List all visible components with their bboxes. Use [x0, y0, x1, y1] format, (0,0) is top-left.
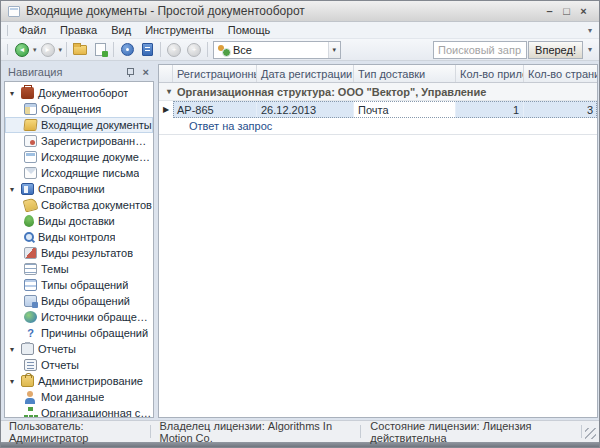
sidebar-item[interactable]: ▾Отчеты [5, 341, 153, 357]
panel-close-icon[interactable]: × [141, 66, 151, 78]
sidebar-item[interactable]: Организационная стр... [5, 405, 153, 418]
sidebar-item[interactable]: ▾Документооборот [5, 85, 153, 101]
cell-regdate[interactable]: 26.12.2013 [257, 101, 354, 118]
column-label: Кол-во прило... [460, 68, 524, 80]
column-header-regdate[interactable]: Дата регистрации ▼ [257, 65, 354, 82]
forward-dropdown[interactable]: ▾ [58, 46, 64, 54]
sidebar-item[interactable]: Обращения [5, 101, 153, 117]
back-button[interactable]: ◂ [13, 41, 31, 59]
menu-file[interactable]: Файл [12, 23, 53, 37]
collapse-icon[interactable]: ▾ [10, 345, 21, 354]
resize-grip[interactable] [585, 428, 596, 439]
indicator-column-header [159, 65, 173, 82]
sidebar-item-label: Виды контроля [34, 231, 115, 243]
app-icon [8, 6, 20, 17]
open-button[interactable] [71, 41, 89, 59]
sidebar-item[interactable]: Виды обращений [5, 293, 153, 309]
reference-button[interactable] [138, 41, 156, 59]
view-button[interactable] [118, 41, 136, 59]
sidebar-item[interactable]: Типы обращений [5, 277, 153, 293]
filter-combo[interactable]: Все ▾ [213, 41, 341, 59]
menu-help[interactable]: Помощь [221, 23, 278, 37]
cell-deliverytype[interactable]: Почта [354, 101, 456, 118]
cell-regnumber[interactable]: АР-865 [173, 101, 257, 118]
sidebar-item-label: Документооборот [34, 87, 128, 99]
sidebar-item[interactable]: ?Причины обращений [5, 325, 153, 341]
prev-record-button[interactable]: + [165, 41, 183, 59]
prev-record-icon: + [167, 43, 181, 57]
sidebar-item[interactable]: Отчеты [5, 357, 153, 373]
back-icon: ◂ [15, 43, 29, 57]
lock-icon [21, 375, 34, 387]
search-input[interactable] [433, 41, 527, 59]
sidebar-item-label: Исходящие документы [37, 151, 153, 163]
row-detail[interactable]: Ответ на запрос [159, 118, 597, 135]
maximize-button[interactable]: □ [558, 5, 575, 17]
sidebar-item[interactable]: Свойства документов [5, 197, 153, 213]
sidebar-item-label: Справочники [34, 183, 105, 195]
column-header-deliverytype[interactable]: Тип доставки [354, 65, 456, 82]
sidebar-item[interactable]: Источники обращений [5, 309, 153, 325]
grid-empty-area [159, 135, 597, 417]
collapse-icon[interactable]: ▾ [10, 89, 21, 98]
toolbar-overflow-button[interactable]: ▾ [583, 45, 597, 54]
menu-overflow-button[interactable]: ▾ [583, 26, 597, 35]
pin-icon[interactable] [126, 68, 134, 77]
forward-icon: ▸ [41, 43, 55, 57]
row-indicator-icon: ▶ [159, 101, 173, 118]
sidebar-item-label: Отчеты [37, 359, 79, 371]
sidebar-item-label: Отчеты [34, 343, 76, 355]
column-header-pages[interactable]: Кол-во страниц [524, 65, 597, 82]
person-icon [24, 391, 37, 403]
menu-grip [7, 25, 8, 36]
sidebar-item[interactable]: Виды результатов [5, 245, 153, 261]
status-separator [360, 425, 361, 438]
menu-edit[interactable]: Правка [53, 23, 104, 37]
collapse-icon[interactable]: ▾ [10, 185, 21, 194]
menu-tools[interactable]: Инструменты [138, 23, 221, 37]
chevron-down-icon[interactable]: ▾ [328, 42, 341, 58]
sidebar-item[interactable]: Входящие документы [5, 117, 153, 133]
sidebar-item-label: Типы обращений [37, 279, 128, 291]
cell-pages[interactable]: 3 [524, 101, 597, 118]
sidebar-item[interactable]: Исходящие документы [5, 149, 153, 165]
column-header-regnumber[interactable]: Регистрационный ... ▼ [173, 65, 257, 82]
toolbar-separator [113, 42, 114, 57]
sidebar-item[interactable]: Зарегистрированные ... [5, 133, 153, 149]
toolbar-separator [66, 42, 67, 57]
sidebar-item-label: Входящие документы [37, 119, 152, 131]
status-separator [581, 425, 582, 438]
clipboard-icon [21, 343, 34, 355]
forward-button[interactable]: ▸ [39, 41, 57, 59]
sidebar-item[interactable]: Мои данные [5, 389, 153, 405]
sidebar-item[interactable]: ▾Справочники [5, 181, 153, 197]
collapse-icon[interactable]: ▾ [10, 377, 21, 386]
sidebar-item-label: Организационная стр... [37, 407, 153, 418]
sidebar-item-label: Обращения [37, 103, 101, 115]
menu-view[interactable]: Вид [104, 23, 138, 37]
status-separator [150, 425, 151, 438]
sidebar-item[interactable]: Виды контроля [5, 229, 153, 245]
sidebar-item[interactable]: Темы [5, 261, 153, 277]
sidebar-item-label: Виды доставки [34, 215, 115, 227]
report-icon [24, 359, 37, 371]
column-header-attachments[interactable]: Кол-во прило... [456, 65, 524, 82]
navigation-panel: Навигация × ▾ДокументооборотОбращенияВхо… [4, 63, 154, 418]
outgoing-document-icon [24, 151, 37, 163]
close-button[interactable]: × [575, 5, 592, 17]
sidebar-item[interactable]: ▾Администрирование [5, 373, 153, 389]
cell-attachments[interactable]: 1 [456, 101, 524, 118]
app-window: Входящие документы - Простой документооб… [0, 0, 600, 448]
next-record-button[interactable]: + [185, 41, 203, 59]
new-document-button[interactable] [91, 41, 109, 59]
group-row[interactable]: ▾ Организационная структура: ООО "Вектор… [159, 83, 597, 101]
request-types-icon [24, 279, 37, 291]
sidebar-item[interactable]: Виды доставки [5, 213, 153, 229]
back-dropdown[interactable]: ▾ [32, 46, 38, 54]
minimize-button[interactable]: – [541, 5, 558, 17]
sidebar-item[interactable]: Исходящие письма [5, 165, 153, 181]
sidebar-item-label: Темы [37, 263, 69, 275]
collapse-icon[interactable]: ▾ [167, 87, 177, 96]
table-row[interactable]: ▶ АР-865 26.12.2013 Почта 1 3 [159, 101, 597, 118]
search-forward-button[interactable]: Вперед! [528, 41, 583, 59]
